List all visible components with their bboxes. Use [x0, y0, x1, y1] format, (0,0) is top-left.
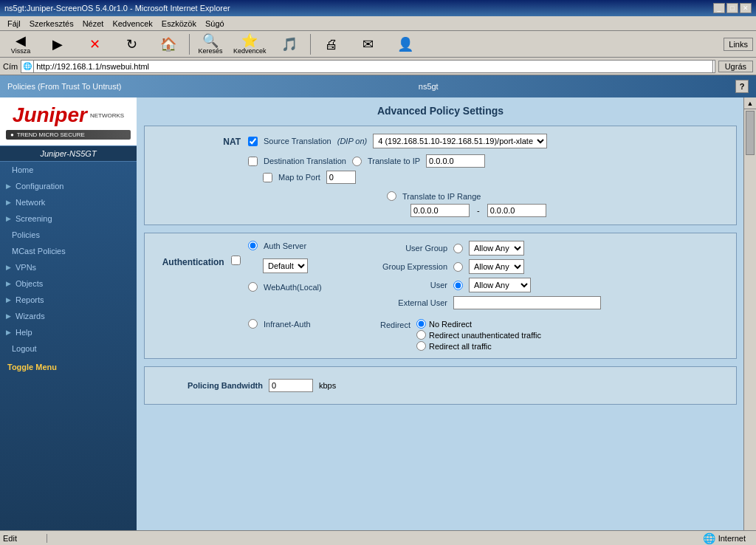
page-icon: 🌐 — [23, 62, 32, 70]
print-icon: 🖨 — [325, 38, 338, 51]
map-to-port-row: Map to Port — [248, 171, 729, 184]
auth-server-label: Auth Server — [264, 241, 306, 250]
user-group-radio[interactable] — [453, 244, 463, 253]
links-button[interactable]: Links — [724, 38, 753, 51]
dip-select[interactable]: 4 (192.168.51.10-192.168.51.19)/port-xla… — [373, 134, 547, 148]
ip-range-row: - — [248, 204, 729, 217]
ip-range-to-input[interactable] — [487, 204, 546, 217]
group-expression-radio[interactable] — [453, 262, 463, 272]
address-label: Cím — [3, 62, 18, 71]
source-translation-checkbox[interactable] — [248, 137, 258, 146]
scroll-thumb[interactable] — [746, 111, 755, 155]
content-area: Advanced Policy Settings NAT Source Tran… — [137, 97, 756, 545]
translate-to-ip-label: Translate to IP — [368, 157, 420, 165]
auth-server-select[interactable]: Default — [263, 258, 308, 273]
no-redirect-radio[interactable] — [416, 319, 426, 329]
sidebar-item-home[interactable]: Home — [0, 162, 137, 178]
external-user-row: External User — [366, 296, 729, 309]
user-button[interactable]: 👤 — [388, 35, 423, 53]
sidebar-item-wizards[interactable]: ▶ Wizards — [0, 308, 137, 324]
back-button[interactable]: ◀ Vissza — [3, 32, 38, 57]
search-button[interactable]: 🔍 Keresés — [193, 32, 228, 57]
user-radio[interactable] — [453, 281, 463, 290]
sidebar-item-mcast[interactable]: MCast Policies — [0, 243, 137, 259]
forward-icon: ▶ — [52, 38, 63, 51]
auth-checkbox[interactable] — [231, 256, 241, 265]
juniper-logo: Juniper — [13, 103, 87, 127]
translate-to-ip-range-radio[interactable] — [387, 191, 396, 201]
user-group-select[interactable]: Allow Any — [469, 241, 524, 256]
sidebar-screening-label: Screening — [16, 214, 52, 223]
trend-text: TREND MICRO SECURE — [17, 131, 85, 138]
scrollbar[interactable]: ▲ ▼ — [743, 97, 756, 545]
close-button[interactable]: ✕ — [740, 3, 752, 13]
sidebar-item-policies[interactable]: Policies — [0, 227, 137, 243]
sidebar-network-label: Network — [16, 198, 45, 207]
sidebar-logout-label: Logout — [12, 344, 37, 353]
refresh-button[interactable]: ↻ — [114, 35, 149, 53]
toolbar-separator — [189, 34, 190, 55]
sidebar-item-logout[interactable]: Logout — [0, 340, 137, 357]
sidebar-item-objects[interactable]: ▶ Objects — [0, 275, 137, 292]
mail-icon: ✉ — [362, 38, 374, 51]
window-controls[interactable]: _ □ ✕ — [713, 3, 752, 13]
sidebar-vpns-label: VPNs — [16, 263, 36, 272]
auth-server-radio[interactable] — [248, 241, 258, 250]
media-button[interactable]: 🎵 — [272, 35, 307, 53]
help-button[interactable]: ? — [735, 80, 749, 93]
menu-favorites[interactable]: Kedvencek — [108, 18, 157, 30]
sidebar-item-vpns[interactable]: ▶ VPNs — [0, 259, 137, 275]
nat-panel-inner: NAT Source Translation (DIP on) 4 (192.1… — [152, 134, 729, 217]
home-button[interactable]: 🏠 — [151, 35, 186, 53]
stop-button[interactable]: ✕ — [77, 35, 112, 53]
menu-view[interactable]: Nézet — [78, 18, 109, 30]
menu-edit[interactable]: Szerkesztés — [25, 18, 78, 30]
scroll-up-button[interactable]: ▲ — [744, 97, 756, 109]
redirect-inner: Redirect No Redirect Redirec — [366, 319, 729, 351]
expand-icon-vpns: ▶ — [6, 264, 11, 271]
infranet-radio[interactable] — [248, 319, 258, 329]
ip-range-from-input[interactable] — [410, 204, 470, 217]
dst-row-1: Destination Translation Translate to IP — [248, 154, 729, 168]
expand-icon-screening: ▶ — [6, 215, 11, 222]
sidebar-item-screening[interactable]: ▶ Screening — [0, 210, 137, 227]
policing-unit: kbps — [319, 381, 336, 390]
translate-to-ip-radio[interactable] — [352, 157, 362, 166]
redirect-all-radio[interactable] — [416, 341, 426, 351]
external-user-input[interactable] — [453, 296, 601, 309]
refresh-icon: ↻ — [126, 38, 137, 51]
sidebar-item-reports[interactable]: ▶ Reports — [0, 292, 137, 308]
title-bar: ns5gt:Juniper-ScreenOS 5.4.0r1.0 - Micro… — [0, 0, 756, 16]
redirect-unauth-radio[interactable] — [416, 330, 426, 340]
menu-help[interactable]: Súgó — [201, 18, 229, 30]
sidebar-item-help[interactable]: ▶ Help — [0, 324, 137, 340]
address-input[interactable] — [33, 60, 712, 73]
sidebar-mcast-label: MCast Policies — [12, 247, 66, 256]
group-expression-select[interactable]: Allow Any — [469, 259, 524, 274]
sidebar-item-configuration[interactable]: ▶ Configuration — [0, 178, 137, 194]
policing-input[interactable] — [269, 379, 313, 392]
maximize-button[interactable]: □ — [726, 3, 738, 13]
minimize-button[interactable]: _ — [713, 3, 725, 13]
translate-to-ip-input[interactable] — [426, 154, 485, 168]
map-to-port-checkbox[interactable] — [263, 173, 272, 182]
mail-button[interactable]: ✉ — [351, 35, 386, 53]
map-to-port-input[interactable] — [326, 171, 356, 184]
star-icon: ⭐ — [241, 34, 258, 47]
menu-tools[interactable]: Eszközök — [157, 18, 201, 30]
favorites-button[interactable]: ⭐ Kedvencek — [230, 32, 270, 57]
sidebar-item-network[interactable]: ▶ Network — [0, 194, 137, 210]
status-edit: Edit — [3, 534, 47, 543]
user-select[interactable]: Allow Any Allow _ Allow _ Any — [469, 278, 531, 292]
menu-file[interactable]: Fájl — [3, 18, 25, 30]
address-input-wrap[interactable]: 🌐 — [21, 60, 715, 73]
group-expression-label: Group Expression — [366, 262, 447, 271]
web-auth-label: WebAuth(Local) — [264, 283, 322, 292]
infranet-auth-row: Infranet-Auth — [248, 319, 311, 329]
go-button[interactable]: Ugrás — [718, 61, 753, 72]
toggle-menu-button[interactable]: Toggle Menu — [0, 357, 137, 377]
print-button[interactable]: 🖨 — [314, 35, 349, 53]
web-auth-radio[interactable] — [248, 282, 258, 292]
forward-button[interactable]: ▶ — [40, 35, 75, 53]
destination-translation-checkbox[interactable] — [248, 157, 258, 166]
